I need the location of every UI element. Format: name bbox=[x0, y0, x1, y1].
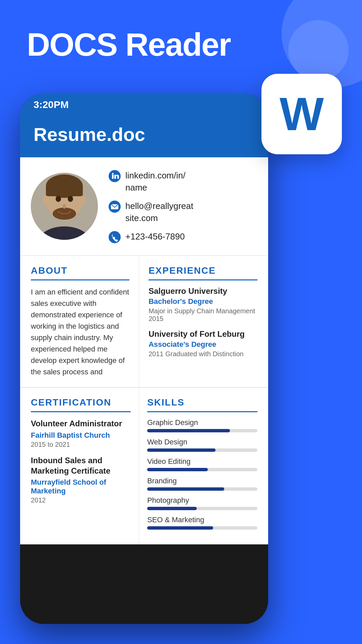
phone-frame: 3:20PM Resume.doc bbox=[20, 94, 268, 624]
skill-bar-fill-5 bbox=[147, 507, 197, 510]
experience-heading: EXPERIENCE bbox=[148, 265, 257, 276]
svg-point-8 bbox=[56, 196, 61, 202]
cert-org-2: Murrayfield School of Marketing bbox=[31, 478, 131, 495]
skill-bar-bg-2 bbox=[147, 448, 257, 452]
linkedin-text: linkedin.com/in/name bbox=[125, 169, 185, 194]
skill-item-1: Graphic Design bbox=[147, 418, 257, 432]
svg-rect-12 bbox=[112, 175, 114, 179]
certification-divider bbox=[31, 411, 131, 412]
skill-bar-fill-4 bbox=[147, 487, 224, 491]
cert-year-1: 2015 to 2021 bbox=[31, 441, 131, 448]
cert-item-2: Inbound Sales and Marketing Certificate … bbox=[31, 455, 131, 504]
document-filename: Resume.doc bbox=[34, 123, 255, 145]
word-badge-letter: W bbox=[280, 91, 324, 138]
linkedin-contact: linkedin.com/in/name bbox=[109, 169, 257, 194]
word-app-badge: W bbox=[261, 74, 342, 154]
svg-point-13 bbox=[112, 173, 114, 175]
skills-list: Graphic Design Web Design Video Editing … bbox=[147, 418, 257, 530]
exp-detail-1: Major in Supply Chain Management 2015 bbox=[148, 307, 257, 323]
skill-bar-fill-6 bbox=[147, 526, 213, 530]
cert-skills-section: CERTIFICATION Volunteer Administrator Fa… bbox=[20, 387, 268, 544]
cert-title-2: Inbound Sales and Marketing Certificate bbox=[31, 455, 131, 476]
skill-item-6: SEO & Marketing bbox=[147, 516, 257, 530]
skill-bar-bg-4 bbox=[147, 487, 257, 491]
cert-year-2: 2012 bbox=[31, 496, 131, 504]
skill-bar-bg-1 bbox=[147, 429, 257, 432]
bg-decoration-2 bbox=[288, 20, 349, 80]
skill-label-5: Photography bbox=[147, 496, 257, 505]
exp-detail-2: 2011 Graduated with Distinction bbox=[148, 350, 257, 358]
email-text: hello@reallygreatsite.com bbox=[125, 200, 193, 224]
experience-divider bbox=[148, 279, 257, 280]
experience-column: EXPERIENCE Salguerro University Bachelor… bbox=[139, 256, 268, 387]
skill-item-5: Photography bbox=[147, 496, 257, 510]
status-time: 3:20PM bbox=[34, 99, 69, 110]
about-column: ABOUT I am an efficient and confident sa… bbox=[20, 256, 139, 387]
skill-label-1: Graphic Design bbox=[147, 418, 257, 427]
about-body: I am an efficient and confident sales ex… bbox=[31, 286, 129, 378]
skill-bar-bg-5 bbox=[147, 507, 257, 510]
experience-item-2: University of Fort Leburg Associate's De… bbox=[148, 329, 257, 358]
skill-item-3: Video Editing bbox=[147, 457, 257, 471]
document-content: linkedin.com/in/name hello@reallygreatsi… bbox=[20, 157, 268, 544]
certification-column: CERTIFICATION Volunteer Administrator Fa… bbox=[20, 388, 139, 544]
exp-company-1: Salguerro University bbox=[148, 286, 257, 296]
skill-item-2: Web Design bbox=[147, 438, 257, 452]
phone-icon bbox=[109, 231, 121, 243]
skill-label-2: Web Design bbox=[147, 438, 257, 446]
cert-item-1: Volunteer Administrator Fairhill Baptist… bbox=[31, 418, 131, 448]
app-title: DOCS Reader bbox=[27, 27, 231, 62]
email-contact: hello@reallygreatsite.com bbox=[109, 200, 257, 224]
skill-label-4: Branding bbox=[147, 477, 257, 485]
profile-photo bbox=[31, 173, 98, 240]
app-header: Resume.doc bbox=[20, 115, 268, 157]
svg-point-7 bbox=[79, 196, 86, 205]
svg-point-9 bbox=[68, 196, 73, 202]
skill-item-4: Branding bbox=[147, 477, 257, 491]
skill-bar-fill-2 bbox=[147, 448, 216, 452]
skill-bar-fill-1 bbox=[147, 429, 230, 432]
certification-heading: CERTIFICATION bbox=[31, 397, 131, 408]
exp-degree-2: Associate's Degree bbox=[148, 340, 257, 349]
skills-heading: SKILLS bbox=[147, 397, 257, 408]
svg-point-6 bbox=[43, 196, 49, 205]
svg-point-10 bbox=[63, 204, 66, 209]
experience-item-1: Salguerro University Bachelor's Degree M… bbox=[148, 286, 257, 323]
phone-text: +123-456-7890 bbox=[125, 230, 185, 243]
status-bar: 3:20PM bbox=[20, 94, 268, 115]
profile-contact-info: linkedin.com/in/name hello@reallygreatsi… bbox=[109, 169, 257, 243]
skills-divider bbox=[147, 411, 257, 412]
skill-bar-bg-6 bbox=[147, 526, 257, 530]
skill-bar-bg-3 bbox=[147, 468, 257, 471]
about-heading: ABOUT bbox=[31, 265, 129, 276]
email-icon bbox=[109, 201, 121, 213]
cert-org-1: Fairhill Baptist Church bbox=[31, 431, 131, 440]
linkedin-icon bbox=[109, 170, 121, 182]
profile-section: linkedin.com/in/name hello@reallygreatsi… bbox=[20, 157, 268, 256]
exp-company-2: University of Fort Leburg bbox=[148, 329, 257, 339]
exp-degree-1: Bachelor's Degree bbox=[148, 297, 257, 306]
about-experience-section: ABOUT I am an efficient and confident sa… bbox=[20, 256, 268, 387]
phone-contact: +123-456-7890 bbox=[109, 230, 257, 243]
cert-title-1: Volunteer Administrator bbox=[31, 418, 131, 429]
svg-rect-3 bbox=[46, 186, 83, 196]
skill-label-3: Video Editing bbox=[147, 457, 257, 466]
skills-column: SKILLS Graphic Design Web Design Video E… bbox=[139, 388, 268, 544]
skill-label-6: SEO & Marketing bbox=[147, 516, 257, 524]
about-divider bbox=[31, 279, 129, 280]
skill-bar-fill-3 bbox=[147, 468, 208, 471]
